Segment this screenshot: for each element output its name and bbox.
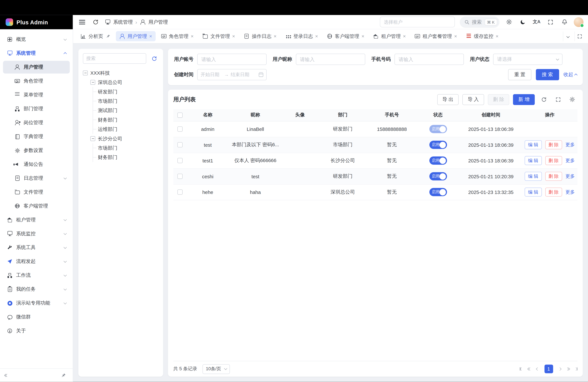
content-fullscreen-button[interactable]	[574, 31, 584, 41]
tab-login-log[interactable]: 登录日志×	[282, 31, 321, 41]
close-icon[interactable]: ×	[496, 34, 499, 39]
nickname-input[interactable]	[296, 54, 365, 65]
date-end-input[interactable]	[231, 72, 252, 77]
tree-node-branch[interactable]: 长沙分公司	[90, 134, 159, 143]
tree-leaf[interactable]: 市场部门	[93, 96, 159, 106]
pagination-jump-prev-button[interactable]	[528, 368, 531, 370]
tab-operation-log[interactable]: 操作日志×	[240, 31, 280, 41]
global-search[interactable]: 搜索 ⌘ K	[460, 16, 500, 28]
sidebar-item-user-management[interactable]: 用户管理	[3, 61, 70, 74]
delete-button[interactable]: 删 除	[545, 188, 562, 196]
breadcrumb-root[interactable]: 系统管理	[113, 19, 133, 25]
add-button[interactable]: 新 增	[513, 94, 535, 105]
tree-leaf[interactable]: 财务部门	[93, 115, 159, 125]
tree-node-branch[interactable]: 深圳总公司	[90, 78, 159, 87]
sidebar-item-file-management[interactable]: 文件管理	[3, 186, 70, 198]
account-input[interactable]	[197, 54, 267, 65]
sidebar-item-overview[interactable]: 概览	[3, 33, 70, 46]
user-avatar[interactable]	[574, 17, 584, 27]
close-icon[interactable]: ×	[315, 34, 318, 39]
status-toggle[interactable]: 启用	[429, 156, 447, 165]
tree-leaf[interactable]: 测试部门	[93, 106, 159, 115]
tenant-select-input[interactable]	[380, 17, 455, 27]
tree-search-input[interactable]	[83, 53, 146, 64]
sidebar-item-log-management[interactable]: 日志管理	[3, 172, 70, 185]
sidebar-item-wechat-group[interactable]: 微信群	[3, 311, 70, 323]
status-toggle[interactable]: 启用	[429, 141, 447, 149]
hamburger-menu-icon[interactable]	[78, 18, 86, 26]
refresh-icon[interactable]	[91, 18, 100, 26]
delete-button[interactable]: 删 除	[545, 172, 562, 181]
sidebar-item-system-management[interactable]: 系统管理	[3, 47, 70, 60]
sidebar-item-system-tools[interactable]: 系统工具	[3, 241, 70, 254]
delete-button[interactable]: 删 除	[545, 156, 562, 165]
table-settings-gear-icon[interactable]	[567, 94, 577, 105]
import-button[interactable]: 导 入	[462, 94, 484, 105]
pin-icon[interactable]	[105, 34, 111, 39]
sidebar-item-demo-features[interactable]: 演示站专用功能	[3, 297, 70, 309]
tree-refresh-icon[interactable]	[150, 54, 159, 63]
edit-button[interactable]: 编 辑	[525, 156, 542, 165]
reset-button[interactable]: 重 置	[508, 69, 531, 80]
tabs-dropdown-button[interactable]	[563, 31, 573, 41]
status-toggle[interactable]: 启用	[429, 172, 447, 181]
close-icon[interactable]: ×	[232, 34, 235, 39]
sidebar-item-workflow[interactable]: 工作流	[3, 269, 70, 282]
date-start-input[interactable]	[201, 72, 222, 77]
sidebar-item-notice-announcement[interactable]: 通知公告	[3, 158, 70, 171]
sidebar-item-process-initiation[interactable]: 流程发起	[3, 255, 70, 268]
pagination-current-page[interactable]: 1	[544, 365, 553, 373]
close-icon[interactable]: ×	[361, 34, 364, 39]
tab-role-management[interactable]: 角色管理×	[157, 31, 197, 41]
tab-user-management[interactable]: 用户管理×	[116, 31, 155, 41]
sidebar-item-tenant-management[interactable]: 租户管理	[3, 213, 70, 226]
tab-file-management[interactable]: 文件管理×	[199, 31, 238, 41]
table-fullscreen-icon[interactable]	[553, 94, 563, 105]
more-button[interactable]: 更多	[566, 142, 575, 148]
phone-input[interactable]	[395, 54, 464, 65]
pin-icon[interactable]	[59, 371, 68, 380]
language-translate-icon[interactable]: 文A	[532, 18, 541, 26]
pagination-jump-next-button[interactable]	[566, 368, 569, 370]
sidebar-item-param-settings[interactable]: 参数设置	[3, 144, 70, 157]
date-range-picker[interactable]: →	[197, 69, 267, 80]
batch-delete-button[interactable]: 删 除	[488, 94, 509, 105]
row-checkbox[interactable]	[177, 127, 183, 132]
tab-analysis[interactable]: 分析页	[77, 31, 114, 41]
pagination-next-button[interactable]	[559, 368, 561, 370]
sidebar-item-about[interactable]: 关于	[3, 324, 70, 337]
close-icon[interactable]: ×	[149, 34, 152, 39]
collapse-sidebar-button[interactable]	[5, 374, 8, 377]
edit-button[interactable]: 编 辑	[525, 188, 542, 196]
tree-leaf[interactable]: 市场部门	[93, 143, 159, 153]
sidebar-item-dict-management[interactable]: 字典管理	[3, 130, 70, 143]
pagination-first-button[interactable]	[520, 367, 522, 371]
sidebar-item-my-tasks[interactable]: 我的任务	[3, 283, 70, 296]
more-button[interactable]: 更多	[566, 189, 575, 195]
status-toggle[interactable]: 启用	[429, 125, 447, 133]
sidebar-item-dept-management[interactable]: 部门管理	[3, 103, 70, 115]
table-refresh-icon[interactable]	[539, 94, 549, 105]
collapse-toggle-icon[interactable]	[90, 80, 95, 85]
pagination-prev-button[interactable]	[537, 368, 539, 370]
tab-client-management[interactable]: 客户端管理×	[323, 31, 368, 41]
pagination-last-button[interactable]	[575, 367, 578, 371]
close-icon[interactable]: ×	[454, 34, 457, 39]
row-checkbox[interactable]	[177, 189, 183, 195]
delete-button[interactable]: 删 除	[545, 140, 562, 149]
tab-tenant-management[interactable]: 租户管理×	[370, 31, 409, 41]
more-button[interactable]: 更多	[566, 157, 575, 164]
edit-button[interactable]: 编 辑	[525, 140, 542, 149]
row-checkbox[interactable]	[177, 142, 183, 147]
row-checkbox[interactable]	[177, 174, 183, 179]
page-size-select[interactable]: 10条/页	[203, 364, 230, 374]
dark-mode-moon-icon[interactable]	[518, 18, 527, 26]
tree-leaf[interactable]: 运维部门	[93, 125, 159, 134]
gear-icon[interactable]	[504, 18, 513, 26]
select-all-checkbox[interactable]	[177, 112, 183, 118]
fullscreen-icon[interactable]	[546, 18, 555, 26]
sidebar-item-client-management[interactable]: 客户端管理	[3, 199, 70, 212]
tree-leaf[interactable]: 研发部门	[93, 87, 159, 96]
sidebar-item-post-management[interactable]: 岗位管理	[3, 116, 70, 129]
sidebar-item-menu-management[interactable]: 菜单管理	[3, 88, 70, 101]
